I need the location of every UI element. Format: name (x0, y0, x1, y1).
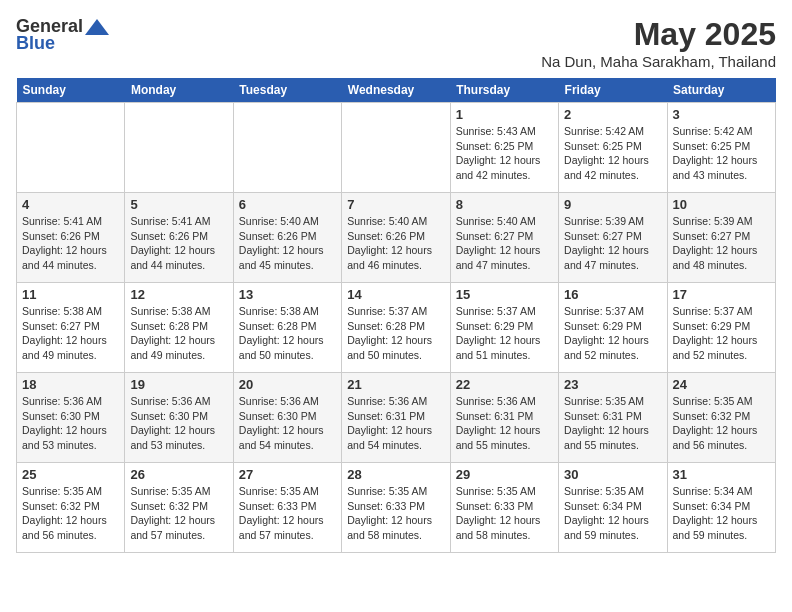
day-number: 12 (130, 287, 227, 302)
day-number: 25 (22, 467, 119, 482)
logo-blue-text: Blue (16, 33, 55, 54)
cell-info: Sunrise: 5:36 AM Sunset: 6:31 PM Dayligh… (347, 394, 444, 453)
cell-info: Sunrise: 5:40 AM Sunset: 6:26 PM Dayligh… (347, 214, 444, 273)
day-header-row: Sunday Monday Tuesday Wednesday Thursday… (17, 78, 776, 103)
day-number: 14 (347, 287, 444, 302)
header-wednesday: Wednesday (342, 78, 450, 103)
cell-info: Sunrise: 5:38 AM Sunset: 6:28 PM Dayligh… (239, 304, 336, 363)
cell-info: Sunrise: 5:35 AM Sunset: 6:33 PM Dayligh… (347, 484, 444, 543)
cell-info: Sunrise: 5:40 AM Sunset: 6:27 PM Dayligh… (456, 214, 553, 273)
calendar-cell: 24Sunrise: 5:35 AM Sunset: 6:32 PM Dayli… (667, 373, 775, 463)
cell-info: Sunrise: 5:38 AM Sunset: 6:27 PM Dayligh… (22, 304, 119, 363)
calendar-week-3: 11Sunrise: 5:38 AM Sunset: 6:27 PM Dayli… (17, 283, 776, 373)
day-number: 11 (22, 287, 119, 302)
cell-info: Sunrise: 5:40 AM Sunset: 6:26 PM Dayligh… (239, 214, 336, 273)
day-number: 29 (456, 467, 553, 482)
calendar-cell: 31Sunrise: 5:34 AM Sunset: 6:34 PM Dayli… (667, 463, 775, 553)
calendar-cell: 7Sunrise: 5:40 AM Sunset: 6:26 PM Daylig… (342, 193, 450, 283)
location-title: Na Dun, Maha Sarakham, Thailand (541, 53, 776, 70)
day-number: 21 (347, 377, 444, 392)
header-thursday: Thursday (450, 78, 558, 103)
day-number: 27 (239, 467, 336, 482)
calendar-table: Sunday Monday Tuesday Wednesday Thursday… (16, 78, 776, 553)
day-number: 2 (564, 107, 661, 122)
day-number: 6 (239, 197, 336, 212)
cell-info: Sunrise: 5:41 AM Sunset: 6:26 PM Dayligh… (22, 214, 119, 273)
day-number: 4 (22, 197, 119, 212)
cell-info: Sunrise: 5:34 AM Sunset: 6:34 PM Dayligh… (673, 484, 770, 543)
day-number: 30 (564, 467, 661, 482)
day-number: 18 (22, 377, 119, 392)
calendar-cell (17, 103, 125, 193)
calendar-cell: 10Sunrise: 5:39 AM Sunset: 6:27 PM Dayli… (667, 193, 775, 283)
day-number: 13 (239, 287, 336, 302)
calendar-cell (233, 103, 341, 193)
header-sunday: Sunday (17, 78, 125, 103)
calendar-cell: 8Sunrise: 5:40 AM Sunset: 6:27 PM Daylig… (450, 193, 558, 283)
day-number: 16 (564, 287, 661, 302)
cell-info: Sunrise: 5:35 AM Sunset: 6:33 PM Dayligh… (456, 484, 553, 543)
calendar-cell: 19Sunrise: 5:36 AM Sunset: 6:30 PM Dayli… (125, 373, 233, 463)
day-number: 9 (564, 197, 661, 212)
cell-info: Sunrise: 5:43 AM Sunset: 6:25 PM Dayligh… (456, 124, 553, 183)
logo: General Blue (16, 16, 111, 54)
calendar-cell: 17Sunrise: 5:37 AM Sunset: 6:29 PM Dayli… (667, 283, 775, 373)
cell-info: Sunrise: 5:35 AM Sunset: 6:33 PM Dayligh… (239, 484, 336, 543)
day-number: 23 (564, 377, 661, 392)
calendar-cell: 1Sunrise: 5:43 AM Sunset: 6:25 PM Daylig… (450, 103, 558, 193)
calendar-cell: 3Sunrise: 5:42 AM Sunset: 6:25 PM Daylig… (667, 103, 775, 193)
calendar-cell: 6Sunrise: 5:40 AM Sunset: 6:26 PM Daylig… (233, 193, 341, 283)
cell-info: Sunrise: 5:35 AM Sunset: 6:31 PM Dayligh… (564, 394, 661, 453)
cell-info: Sunrise: 5:39 AM Sunset: 6:27 PM Dayligh… (564, 214, 661, 273)
day-number: 3 (673, 107, 770, 122)
day-number: 15 (456, 287, 553, 302)
logo-icon (83, 17, 111, 37)
calendar-cell: 26Sunrise: 5:35 AM Sunset: 6:32 PM Dayli… (125, 463, 233, 553)
day-number: 5 (130, 197, 227, 212)
day-number: 26 (130, 467, 227, 482)
cell-info: Sunrise: 5:35 AM Sunset: 6:32 PM Dayligh… (22, 484, 119, 543)
cell-info: Sunrise: 5:35 AM Sunset: 6:34 PM Dayligh… (564, 484, 661, 543)
cell-info: Sunrise: 5:41 AM Sunset: 6:26 PM Dayligh… (130, 214, 227, 273)
calendar-cell: 9Sunrise: 5:39 AM Sunset: 6:27 PM Daylig… (559, 193, 667, 283)
cell-info: Sunrise: 5:38 AM Sunset: 6:28 PM Dayligh… (130, 304, 227, 363)
cell-info: Sunrise: 5:35 AM Sunset: 6:32 PM Dayligh… (130, 484, 227, 543)
day-number: 28 (347, 467, 444, 482)
calendar-cell: 16Sunrise: 5:37 AM Sunset: 6:29 PM Dayli… (559, 283, 667, 373)
calendar-cell: 4Sunrise: 5:41 AM Sunset: 6:26 PM Daylig… (17, 193, 125, 283)
calendar-cell: 11Sunrise: 5:38 AM Sunset: 6:27 PM Dayli… (17, 283, 125, 373)
day-number: 19 (130, 377, 227, 392)
cell-info: Sunrise: 5:36 AM Sunset: 6:30 PM Dayligh… (239, 394, 336, 453)
calendar-cell: 23Sunrise: 5:35 AM Sunset: 6:31 PM Dayli… (559, 373, 667, 463)
calendar-cell (125, 103, 233, 193)
title-section: May 2025 Na Dun, Maha Sarakham, Thailand (541, 16, 776, 70)
calendar-week-1: 1Sunrise: 5:43 AM Sunset: 6:25 PM Daylig… (17, 103, 776, 193)
header-monday: Monday (125, 78, 233, 103)
calendar-cell: 22Sunrise: 5:36 AM Sunset: 6:31 PM Dayli… (450, 373, 558, 463)
calendar-cell: 27Sunrise: 5:35 AM Sunset: 6:33 PM Dayli… (233, 463, 341, 553)
cell-info: Sunrise: 5:37 AM Sunset: 6:29 PM Dayligh… (564, 304, 661, 363)
calendar-cell: 13Sunrise: 5:38 AM Sunset: 6:28 PM Dayli… (233, 283, 341, 373)
day-number: 31 (673, 467, 770, 482)
calendar-cell: 21Sunrise: 5:36 AM Sunset: 6:31 PM Dayli… (342, 373, 450, 463)
month-title: May 2025 (541, 16, 776, 53)
day-number: 20 (239, 377, 336, 392)
calendar-cell: 14Sunrise: 5:37 AM Sunset: 6:28 PM Dayli… (342, 283, 450, 373)
page-header: General Blue May 2025 Na Dun, Maha Sarak… (16, 16, 776, 70)
header-saturday: Saturday (667, 78, 775, 103)
calendar-cell: 2Sunrise: 5:42 AM Sunset: 6:25 PM Daylig… (559, 103, 667, 193)
cell-info: Sunrise: 5:36 AM Sunset: 6:30 PM Dayligh… (130, 394, 227, 453)
calendar-cell: 12Sunrise: 5:38 AM Sunset: 6:28 PM Dayli… (125, 283, 233, 373)
calendar-cell: 18Sunrise: 5:36 AM Sunset: 6:30 PM Dayli… (17, 373, 125, 463)
calendar-cell (342, 103, 450, 193)
calendar-cell: 20Sunrise: 5:36 AM Sunset: 6:30 PM Dayli… (233, 373, 341, 463)
calendar-cell: 5Sunrise: 5:41 AM Sunset: 6:26 PM Daylig… (125, 193, 233, 283)
day-number: 1 (456, 107, 553, 122)
calendar-cell: 30Sunrise: 5:35 AM Sunset: 6:34 PM Dayli… (559, 463, 667, 553)
header-friday: Friday (559, 78, 667, 103)
cell-info: Sunrise: 5:37 AM Sunset: 6:28 PM Dayligh… (347, 304, 444, 363)
day-number: 8 (456, 197, 553, 212)
calendar-week-5: 25Sunrise: 5:35 AM Sunset: 6:32 PM Dayli… (17, 463, 776, 553)
day-number: 22 (456, 377, 553, 392)
day-number: 7 (347, 197, 444, 212)
